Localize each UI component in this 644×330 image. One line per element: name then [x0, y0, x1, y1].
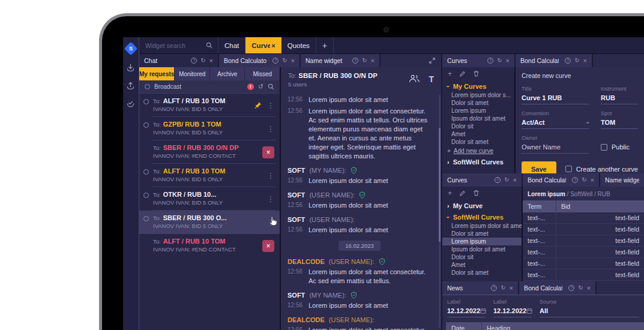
date-to-field[interactable]: 12.12.2022: [493, 307, 532, 317]
save-button[interactable]: Save: [522, 161, 556, 173]
tree-item[interactable]: Amet: [442, 261, 522, 269]
curve-table-row[interactable]: text-...text-field: [523, 224, 644, 235]
tree-item[interactable]: Dolor sit amet: [442, 230, 522, 238]
delete-icon[interactable]: [473, 70, 480, 77]
help-icon[interactable]: ?: [272, 58, 278, 64]
widget-tab-chat[interactable]: Chat ?↻×: [139, 54, 218, 67]
help-icon[interactable]: ?: [191, 58, 197, 64]
tree-item[interactable]: Lorem ipsum dolor sit amet: [442, 222, 522, 230]
tree-item[interactable]: Lorem ipsum: [442, 238, 522, 245]
tree-section[interactable]: ›My Curve: [442, 199, 522, 211]
title-field[interactable]: Curve 1 RUB: [522, 94, 589, 104]
refresh-icon[interactable]: ↻: [504, 177, 509, 183]
scrollbar-thumb[interactable]: [439, 128, 441, 242]
create-another-checkbox-row[interactable]: Create another curve: [565, 166, 638, 173]
widget-tab-curves[interactable]: Curves ?↻×: [442, 173, 522, 187]
refresh-icon[interactable]: ↻: [574, 58, 579, 64]
close-icon[interactable]: ×: [209, 58, 213, 64]
menu-dots-icon[interactable]: ⋮: [267, 125, 274, 133]
tree-item[interactable]: Dolor sit amet: [442, 99, 514, 107]
tree-item[interactable]: Amet: [442, 130, 514, 138]
close-icon[interactable]: ×: [513, 177, 517, 183]
term-cell[interactable]: text-...: [523, 224, 556, 235]
help-icon[interactable]: ?: [565, 58, 571, 64]
widget-tab-name-widget[interactable]: Name widget: [600, 173, 644, 187]
convention-select[interactable]: Act/Act›: [522, 119, 589, 129]
radio-icon[interactable]: [143, 216, 149, 221]
bid-cell[interactable]: text-field: [556, 260, 644, 267]
bid-cell[interactable]: text-field: [556, 271, 644, 278]
calendar-icon[interactable]: [480, 308, 486, 314]
expand-icon[interactable]: [429, 57, 436, 64]
tree-section[interactable]: ›SoftWell Curves: [442, 155, 514, 167]
tree-item[interactable]: Ipsum dolor sit amet: [442, 115, 514, 122]
tree-item[interactable]: Dolor sit: [442, 122, 514, 130]
curve-table-row[interactable]: text-...text-field: [523, 247, 644, 258]
source-select[interactable]: All: [540, 307, 639, 317]
close-icon[interactable]: ×: [506, 58, 510, 64]
term-cell[interactable]: text-...: [523, 212, 556, 223]
add-tab-button[interactable]: +: [316, 37, 334, 53]
widget-search-input[interactable]: Widget search: [140, 37, 218, 53]
help-icon[interactable]: ?: [487, 58, 493, 64]
checkbox-icon[interactable]: [565, 166, 572, 172]
users-icon[interactable]: [409, 74, 420, 84]
term-cell[interactable]: text-...: [523, 269, 556, 280]
broadcast-row[interactable]: Broadcast ! ↺: [139, 80, 280, 94]
top-tab-curves[interactable]: Curves ×: [245, 37, 281, 53]
tree-item[interactable]: Dolor sit: [442, 253, 522, 261]
upload-icon[interactable]: [127, 82, 135, 91]
curve-table-row[interactable]: text-...text-field: [523, 269, 644, 281]
curve-table-row[interactable]: text-...text-field: [523, 235, 644, 247]
widget-tab-curves[interactable]: Curves ?↻×: [442, 54, 514, 67]
refresh-icon[interactable]: ↻: [362, 58, 367, 64]
widget-tab-bond-calculator[interactable]: Bond Calculator ?↻×: [219, 54, 299, 67]
undo-icon[interactable]: ↺: [258, 83, 263, 90]
refresh-icon[interactable]: ↻: [582, 177, 586, 183]
term-cell[interactable]: text-...: [523, 247, 556, 257]
tree-section[interactable]: ›SoftWell Curves: [442, 211, 522, 222]
menu-dots-icon[interactable]: ⋮: [267, 218, 274, 227]
refresh-icon[interactable]: ↻: [497, 58, 502, 64]
tree-item[interactable]: Ipsum dolor sit amet: [442, 245, 522, 253]
deals-icon[interactable]: [127, 100, 135, 109]
add-new-curve-link[interactable]: +Add new curve: [442, 146, 514, 155]
calendar-icon[interactable]: [526, 308, 532, 314]
help-icon[interactable]: ?: [572, 177, 578, 183]
top-tab-quotes[interactable]: Quotes: [281, 37, 316, 53]
bid-cell[interactable]: text-field: [556, 237, 644, 244]
close-icon[interactable]: ×: [291, 58, 295, 64]
public-checkbox-row[interactable]: Public: [601, 143, 630, 151]
help-icon[interactable]: ?: [568, 285, 574, 291]
chat-request-item[interactable]: To:SBER / RUB 300 O/N DPIVANOV IVAN: #EN…: [139, 140, 280, 164]
curve-table-row[interactable]: text-...text-field: [523, 258, 644, 269]
subtab-missed[interactable]: Missed: [245, 67, 280, 80]
chat-request-item[interactable]: To:ALFT / RUB 10 TOMIVANOV IVAN: #END CO…: [139, 234, 280, 257]
refresh-icon[interactable]: ↻: [200, 58, 205, 64]
subtab-monitored[interactable]: Monitored: [175, 67, 209, 80]
close-request-button[interactable]: ×: [262, 240, 274, 252]
spot-field[interactable]: TOM: [601, 119, 638, 129]
chat-request-item[interactable]: To:GZPB/ RUB 1 TOMIVANOV IVAN: BID 5 ONL…: [139, 117, 280, 140]
help-icon[interactable]: ?: [495, 177, 501, 183]
help-icon[interactable]: ?: [352, 58, 358, 64]
chat-request-item[interactable]: To:ALFT / RUB 10 TOMIVANOV IVAN: BID 5 O…: [139, 164, 280, 187]
chat-request-item[interactable]: To:OTKR / RUB 10...IVANOV IVAN: BID 5 ON…: [139, 187, 280, 211]
edit-icon[interactable]: [459, 70, 466, 77]
widget-tab-news[interactable]: News ?↻×: [442, 281, 518, 295]
radio-icon[interactable]: [143, 122, 149, 128]
bid-cell[interactable]: text-field: [556, 226, 644, 233]
close-icon[interactable]: ×: [591, 177, 594, 183]
close-icon[interactable]: ×: [583, 58, 587, 64]
radio-icon[interactable]: [143, 169, 149, 175]
owner-field[interactable]: Owner Name: [522, 143, 589, 154]
widget-tab-bond-calculator[interactable]: Bond Calculator ?↻×: [523, 173, 599, 187]
search-icon[interactable]: [268, 83, 274, 90]
help-icon[interactable]: ?: [491, 285, 497, 291]
bid-cell[interactable]: text-field: [556, 248, 644, 256]
close-tab-icon[interactable]: ×: [271, 42, 275, 49]
tree-item[interactable]: Dolor sit amet: [442, 138, 514, 146]
add-curve-icon[interactable]: +: [448, 70, 452, 77]
pin-icon[interactable]: [254, 101, 262, 109]
widget-tab-name-widget[interactable]: Name widget ?↻×: [301, 54, 379, 67]
